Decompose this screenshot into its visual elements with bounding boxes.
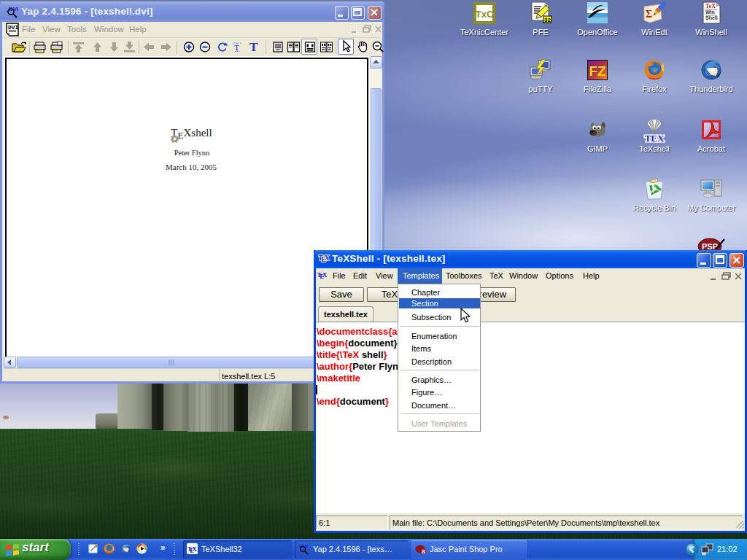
svg-text:TEX: TEX	[319, 254, 330, 263]
svg-text:DVI: DVI	[8, 24, 19, 31]
svg-text:T: T	[249, 40, 258, 53]
svg-text:TEX: TEX	[317, 271, 328, 280]
svg-text:32: 32	[544, 17, 551, 23]
svg-text:T: T	[234, 43, 239, 52]
svg-text:Σ: Σ	[646, 9, 652, 20]
svg-text:TeX: TeX	[705, 3, 716, 9]
svg-text:8: 8	[422, 548, 425, 555]
svg-text:Win: Win	[705, 9, 715, 15]
svg-text:FZ: FZ	[589, 63, 606, 79]
svg-text:Shell: Shell	[705, 15, 718, 20]
svg-text:TxC: TxC	[476, 9, 494, 20]
svg-text:TEX: TEX	[645, 133, 665, 144]
